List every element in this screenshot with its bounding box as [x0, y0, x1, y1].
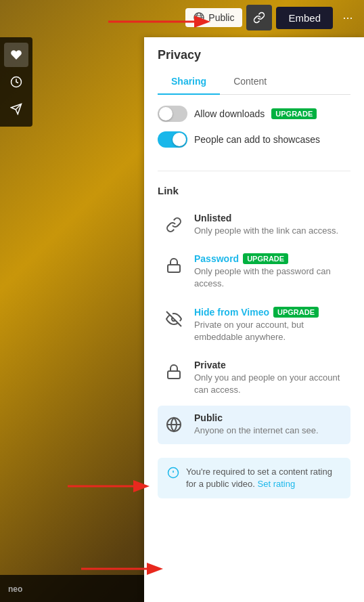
svg-rect-12 — [168, 371, 180, 379]
privacy-panel: Privacy Sharing Content Allow downloads … — [144, 37, 364, 602]
password-text-group: Password UPGRADE Only people with the pa… — [194, 253, 345, 290]
unlisted-text-group: Unlisted Only people with the link can a… — [194, 213, 345, 237]
allow-downloads-row: Allow downloads UPGRADE — [158, 106, 350, 122]
more-options-button[interactable]: ··· — [337, 5, 359, 30]
password-name: Password — [194, 253, 239, 264]
embed-button[interactable]: Embed — [276, 7, 333, 29]
allow-downloads-label: Allow downloads — [194, 108, 265, 119]
notification-box: You're required to set a content rating … — [158, 458, 350, 498]
link-icon — [253, 12, 265, 24]
link-option-private[interactable]: Private Only you and people on your acco… — [158, 353, 350, 403]
people-showcases-toggle[interactable] — [158, 131, 187, 148]
unlisted-icon — [163, 214, 185, 236]
hide-vimeo-desc: Private on your account, but embeddable … — [194, 319, 345, 343]
arrow-public — [108, 8, 217, 38]
password-desc: Only people with the password can access… — [194, 265, 345, 290]
clock-icon — [10, 76, 22, 88]
link-option-public[interactable]: Public Anyone on the internet can see. — [158, 406, 350, 444]
tab-content[interactable]: Content — [220, 69, 280, 95]
notification-text: You're required to set a content rating … — [186, 466, 341, 490]
link-option-hide-vimeo[interactable]: Hide from Vimeo UPGRADE Private on your … — [158, 300, 350, 350]
tabs-container: Sharing Content — [158, 69, 350, 95]
hide-vimeo-icon — [163, 308, 185, 330]
heart-icon — [10, 49, 22, 61]
info-icon — [167, 467, 179, 481]
link-section: Link Unlisted Only people with the link … — [144, 179, 364, 452]
allow-downloads-upgrade-badge[interactable]: UPGRADE — [271, 108, 317, 119]
toggle-section: Allow downloads UPGRADE People can add t… — [144, 95, 364, 168]
private-icon — [163, 361, 185, 383]
link-section-title: Link — [158, 185, 350, 196]
allow-downloads-toggle[interactable] — [158, 106, 187, 122]
unlisted-desc: Only people with the link can access. — [194, 225, 345, 237]
hide-vimeo-name: Hide from Vimeo — [194, 307, 269, 318]
people-showcases-label: People can add to showcases — [194, 134, 320, 145]
link-option-unlisted[interactable]: Unlisted Only people with the link can a… — [158, 206, 350, 244]
svg-rect-10 — [168, 265, 180, 272]
public-name: Public — [194, 412, 345, 423]
public-text-group: Public Anyone on the internet can see. — [194, 412, 345, 437]
left-sidebar — [0, 37, 32, 127]
password-icon — [163, 255, 185, 276]
private-desc: Only you and people on your account can … — [194, 372, 345, 396]
unlisted-name: Unlisted — [194, 213, 345, 223]
public-globe-icon — [163, 414, 185, 435]
hide-vimeo-text-group: Hide from Vimeo UPGRADE Private on your … — [194, 307, 345, 343]
hide-vimeo-badge-row: Hide from Vimeo UPGRADE — [194, 307, 345, 318]
sidebar-heart-button[interactable] — [4, 43, 28, 67]
private-name: Private — [194, 360, 345, 370]
password-badge-row: Password UPGRADE — [194, 253, 345, 264]
tab-sharing[interactable]: Sharing — [158, 69, 220, 95]
public-desc: Anyone on the internet can see. — [194, 425, 345, 437]
vimeo-logo: neo — [8, 583, 22, 594]
private-text-group: Private Only you and people on your acco… — [194, 360, 345, 396]
sidebar-clock-button[interactable] — [4, 70, 28, 94]
sidebar-send-button[interactable] — [4, 97, 28, 121]
divider-1 — [158, 171, 350, 171]
send-icon — [10, 103, 22, 115]
hide-vimeo-upgrade-badge: UPGRADE — [273, 307, 319, 318]
set-rating-link[interactable]: Set rating — [258, 479, 296, 489]
people-showcases-row: People can add to showcases — [158, 131, 350, 148]
link-button[interactable] — [246, 5, 272, 30]
arrow-set-rating — [81, 555, 169, 585]
panel-title: Privacy — [144, 37, 364, 69]
arrow-public-option — [68, 473, 156, 502]
link-option-password[interactable]: Password UPGRADE Only people with the pa… — [158, 246, 350, 297]
password-upgrade-badge: UPGRADE — [243, 253, 288, 264]
